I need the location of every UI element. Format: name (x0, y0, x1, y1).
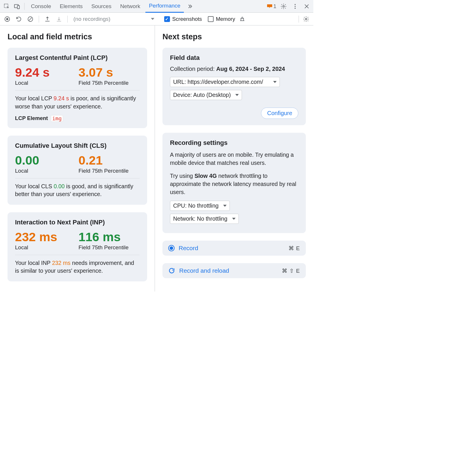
device-toolbar-icon[interactable] (13, 2, 21, 11)
field-data-card: Field data Collection period: Aug 6, 202… (162, 48, 306, 125)
lcp-element-tag[interactable]: img (51, 115, 63, 122)
metrics-heading: Local and field metrics (8, 32, 147, 41)
field-data-title: Field data (170, 54, 298, 62)
cls-local-value: 0.00 (15, 154, 76, 167)
issues-badge[interactable]: 1 (267, 3, 276, 10)
devtools-tabbar: Console Elements Sources Network Perform… (0, 0, 313, 13)
issue-icon (267, 4, 272, 8)
inspect-element-icon[interactable] (2, 2, 11, 11)
svg-point-6 (295, 8, 296, 9)
lcp-field-label: Field 75th Percentile (79, 80, 140, 86)
reload-icon (168, 267, 175, 274)
record-action-card: Record ⌘ E (162, 241, 306, 256)
memory-checkbox[interactable] (208, 16, 214, 22)
lcp-field-value: 3.07 s (79, 66, 140, 79)
upload-icon[interactable] (43, 15, 52, 23)
cls-description: Your local CLS 0.00 is good, and is sign… (15, 182, 140, 198)
cls-field-label: Field 75th Percentile (79, 168, 140, 174)
network-throttle-select[interactable]: Network: No throttling (170, 214, 239, 224)
left-panel: Local and field metrics Largest Contentf… (0, 25, 155, 291)
lcp-description: Your local LCP 9.24 s is poor, and is si… (15, 95, 140, 110)
tab-performance[interactable]: Performance (145, 0, 184, 13)
chevron-down-icon (273, 81, 277, 83)
garbage-collect-icon[interactable] (238, 15, 247, 23)
svg-rect-2 (17, 5, 19, 9)
chevron-down-icon (223, 205, 227, 207)
url-select[interactable]: URL: https://developer.chrome.com/ (170, 77, 280, 87)
divider (24, 3, 25, 10)
chevron-down-icon (151, 18, 154, 20)
inp-local-label: Local (15, 244, 76, 251)
lcp-local-value: 9.24 s (15, 66, 76, 79)
divider (299, 16, 299, 23)
lcp-element-label: LCP Element (15, 115, 48, 122)
performance-toolbar: (no recordings) ✓ Screenshots Memory (0, 13, 313, 25)
cls-card: Cumulative Layout Shift (CLS) 0.00 Local… (8, 136, 147, 205)
chevron-down-icon (232, 218, 236, 220)
collection-period: Collection period: Aug 6, 2024 - Sep 2, … (170, 66, 298, 72)
reload-icon[interactable] (14, 15, 23, 23)
inp-title: Interaction to Next Paint (INP) (15, 219, 140, 226)
svg-point-8 (6, 18, 8, 20)
record-icon (168, 245, 175, 251)
tab-network[interactable]: Network (117, 0, 144, 13)
lcp-local-label: Local (15, 80, 76, 86)
recording-tip-1: A majority of users are on mobile. Try e… (170, 151, 298, 167)
divider (39, 16, 39, 23)
svg-point-5 (295, 6, 296, 7)
lcp-title: Largest Contentful Paint (LCP) (15, 54, 140, 62)
recordings-dropdown[interactable]: (no recordings) (72, 16, 156, 22)
divider (15, 90, 140, 91)
inp-field-value: 116 ms (79, 230, 140, 244)
memory-label: Memory (216, 16, 235, 22)
cpu-throttle-select[interactable]: CPU: No throttling (170, 201, 230, 211)
divider (67, 16, 68, 23)
more-tabs-icon[interactable] (186, 2, 194, 11)
tab-console[interactable]: Console (27, 0, 55, 13)
kebab-menu-icon[interactable] (291, 2, 299, 11)
download-icon[interactable] (55, 15, 63, 23)
divider (15, 255, 140, 255)
record-icon[interactable] (3, 15, 12, 23)
next-steps-heading: Next steps (162, 32, 306, 41)
recordings-label: (no recordings) (73, 16, 110, 22)
cls-field-value: 0.21 (79, 154, 140, 167)
chevron-down-icon (235, 94, 239, 96)
screenshots-checkbox[interactable]: ✓ (164, 16, 170, 22)
tab-sources[interactable]: Sources (88, 0, 115, 13)
record-reload-shortcut: ⌘ ⇧ E (282, 267, 300, 274)
divider (15, 178, 140, 178)
settings-gear-icon[interactable] (279, 2, 288, 11)
svg-point-10 (305, 18, 307, 20)
clear-icon[interactable] (26, 15, 35, 23)
device-select[interactable]: Device: Auto (Desktop) (170, 90, 242, 100)
close-icon[interactable] (302, 2, 311, 11)
svg-point-4 (295, 4, 296, 5)
main-panel: Local and field metrics Largest Contentf… (0, 25, 313, 291)
inp-local-value: 232 ms (15, 230, 76, 244)
tab-elements[interactable]: Elements (56, 0, 86, 13)
record-reload-action-card: Record and reload ⌘ ⇧ E (162, 263, 306, 278)
cls-title: Cumulative Layout Shift (CLS) (15, 142, 140, 150)
svg-point-3 (283, 5, 284, 7)
right-panel: Next steps Field data Collection period:… (155, 25, 313, 291)
lcp-card: Largest Contentful Paint (LCP) 9.24 s Lo… (8, 48, 147, 128)
record-button[interactable]: Record (168, 245, 198, 252)
inp-description: Your local INP 232 ms needs improvement,… (15, 259, 140, 275)
recording-settings-card: Recording settings A majority of users a… (162, 133, 306, 233)
inp-field-label: Field 75th Percentile (79, 244, 140, 251)
issues-count: 1 (273, 3, 276, 10)
record-shortcut: ⌘ E (288, 245, 300, 252)
cls-local-label: Local (15, 168, 76, 174)
configure-button[interactable]: Configure (261, 108, 298, 119)
record-reload-button[interactable]: Record and reload (168, 267, 229, 274)
capture-settings-gear-icon[interactable] (302, 15, 310, 23)
screenshots-label: Screenshots (172, 16, 202, 22)
recording-settings-title: Recording settings (170, 139, 298, 147)
recording-tip-2: Try using Slow 4G network throttling to … (170, 172, 298, 196)
inp-card: Interaction to Next Paint (INP) 232 ms L… (8, 212, 147, 281)
